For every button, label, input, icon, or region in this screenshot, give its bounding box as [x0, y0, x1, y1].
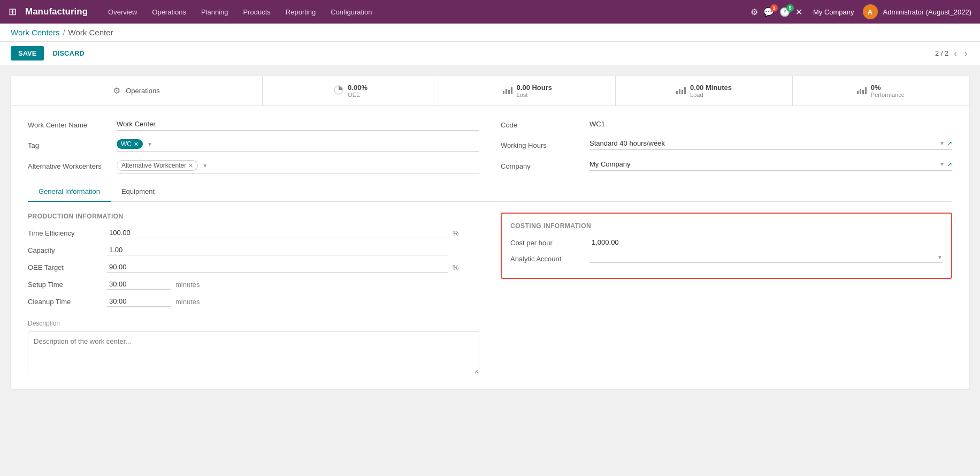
alt-tag-label: Alternative Workcenter	[121, 162, 186, 169]
nav-products[interactable]: Products	[238, 6, 276, 18]
company-group: Company My Company ▼ ↗	[501, 160, 952, 173]
cleanup-time-field: Cleanup Time minutes	[28, 296, 479, 307]
tab-general-information[interactable]: General Information	[28, 182, 111, 202]
nav-reporting[interactable]: Reporting	[280, 6, 321, 18]
setup-time-field: Setup Time minutes	[28, 279, 479, 290]
capacity-field: Capacity	[28, 245, 479, 255]
cost-per-hour-label: Cost per hour	[510, 239, 585, 247]
hours-value: 0.00 Hours	[517, 84, 552, 92]
oee-target-label: OEE Target	[28, 263, 103, 271]
nav-planning[interactable]: Planning	[196, 6, 234, 18]
chat-badge: 1	[770, 4, 778, 12]
breadcrumb: Work Centers / Work Center	[0, 24, 980, 42]
working-hours-group: Working Hours Standard 40 hours/week ▼ ↗	[501, 139, 952, 152]
prev-record-button[interactable]: ‹	[952, 48, 959, 59]
top-fields-row: Work Center Name Code WC1	[28, 119, 952, 131]
oee-target-input[interactable]	[107, 262, 448, 273]
top-icons-group: ⚙ 💬 1 🕐 5 ✕ My Company A Administrator (…	[751, 4, 971, 19]
settings-icon[interactable]: ⚙	[751, 7, 758, 17]
oee-label: OEE	[348, 92, 368, 98]
updates-badge: 5	[786, 4, 794, 12]
tag-chip-remove[interactable]: ✕	[134, 141, 139, 148]
breadcrumb-parent[interactable]: Work Centers	[11, 28, 59, 37]
nav-operations[interactable]: Operations	[147, 6, 192, 18]
company-label: Company	[501, 160, 581, 170]
production-information-col: Production Information Time Efficiency %…	[28, 213, 479, 376]
action-bar: SAVE DISCARD 2 / 2 ‹ ›	[0, 42, 980, 65]
tag-container[interactable]: WC ✕ ▼	[117, 139, 479, 152]
time-efficiency-label: Time Efficiency	[28, 229, 103, 237]
time-efficiency-field: Time Efficiency %	[28, 228, 479, 238]
tab-equipment[interactable]: Equipment	[111, 182, 165, 202]
user-name: Administrator (August_2022)	[883, 8, 971, 16]
working-hours-external-link[interactable]: ↗	[947, 140, 952, 147]
description-label: Description	[28, 320, 479, 327]
company-select[interactable]: My Company ▼ ↗	[589, 160, 952, 171]
alt-tag-remove[interactable]: ✕	[188, 162, 193, 169]
next-record-button[interactable]: ›	[962, 48, 969, 59]
setup-time-input[interactable]	[107, 279, 171, 290]
tag-group: Tag WC ✕ ▼	[28, 139, 479, 152]
costing-box: Costing Information Cost per hour 1,000.…	[501, 213, 952, 279]
company-external-link[interactable]: ↗	[947, 161, 952, 168]
tab-content-general: Production Information Time Efficiency %…	[28, 213, 952, 376]
minutes-value: 0.00 Minutes	[690, 84, 732, 92]
discard-button[interactable]: DISCARD	[48, 46, 88, 61]
description-section: Description	[28, 320, 479, 376]
app-grid-icon[interactable]: ⊞	[9, 6, 17, 18]
capacity-input[interactable]	[107, 245, 448, 255]
time-efficiency-input[interactable]	[107, 228, 448, 238]
work-center-name-group: Work Center Name	[28, 119, 479, 131]
hours-chart-icon	[503, 86, 512, 96]
form-card: ⚙ Operations 0.00% OEE	[11, 76, 969, 389]
cleanup-time-unit: minutes	[175, 298, 202, 306]
production-section-header: Production Information	[28, 213, 479, 220]
hours-stat[interactable]: 0.00 Hours Lost	[439, 76, 616, 105]
alt-workcenters-group: Alternative Workcenters Alternative Work…	[28, 160, 479, 173]
setup-time-label: Setup Time	[28, 281, 103, 289]
minutes-label: Load	[690, 92, 732, 98]
cleanup-time-input[interactable]	[107, 296, 171, 307]
analytic-dropdown-arrow[interactable]: ▼	[937, 254, 943, 260]
description-textarea[interactable]	[28, 331, 479, 374]
wc-tag-chip[interactable]: WC ✕	[117, 139, 143, 149]
pagination: 2 / 2 ‹ ›	[935, 48, 969, 59]
oee-target-field: OEE Target %	[28, 262, 479, 273]
working-hours-select[interactable]: Standard 40 hours/week ▼ ↗	[589, 139, 952, 150]
breadcrumb-current: Work Center	[68, 28, 113, 37]
oee-chart-icon	[334, 85, 343, 96]
close-icon[interactable]: ✕	[795, 7, 802, 17]
clock-icon[interactable]: 🕐 5	[779, 7, 790, 17]
minutes-stat[interactable]: 0.00 Minutes Load	[616, 76, 792, 105]
working-hours-dropdown-arrow[interactable]: ▼	[939, 140, 945, 146]
operations-stat[interactable]: ⚙ Operations	[11, 76, 263, 105]
user-avatar: A	[863, 4, 878, 19]
top-navigation: ⊞ Manufacturing Overview Operations Plan…	[0, 0, 980, 24]
oee-target-unit: %	[453, 263, 479, 271]
performance-stat[interactable]: 0% Performance	[793, 76, 969, 105]
oee-stat[interactable]: 0.00% OEE	[263, 76, 439, 105]
code-group: Code WC1	[501, 119, 952, 131]
perf-value: 0%	[871, 84, 905, 92]
work-center-name-input[interactable]	[117, 119, 479, 131]
working-hours-value: Standard 40 hours/week	[589, 139, 937, 147]
tag-dropdown-arrow[interactable]: ▼	[147, 141, 152, 147]
breadcrumb-separator: /	[63, 28, 65, 37]
hours-label: Lost	[517, 92, 552, 98]
alt-dropdown-arrow[interactable]: ▼	[202, 163, 208, 169]
save-button[interactable]: SAVE	[11, 46, 44, 61]
code-label: Code	[501, 119, 581, 129]
tag-wh-row: Tag WC ✕ ▼ Working Hours	[28, 139, 952, 152]
cost-per-hour-value: 1,000.00	[589, 237, 943, 248]
company-name: My Company	[813, 8, 854, 16]
company-dropdown-arrow[interactable]: ▼	[939, 161, 945, 167]
nav-configuration[interactable]: Configuration	[325, 6, 377, 18]
company-value: My Company	[589, 160, 937, 168]
chat-icon[interactable]: 💬 1	[763, 7, 774, 17]
nav-overview[interactable]: Overview	[103, 6, 142, 18]
alt-tag-chip[interactable]: Alternative Workcenter ✕	[117, 160, 198, 171]
alt-tag-container[interactable]: Alternative Workcenter ✕ ▼	[117, 160, 479, 173]
cleanup-time-label: Cleanup Time	[28, 298, 103, 306]
costing-information-col: Costing Information Cost per hour 1,000.…	[501, 213, 952, 376]
form-body: Work Center Name Code WC1 Tag	[11, 106, 969, 389]
